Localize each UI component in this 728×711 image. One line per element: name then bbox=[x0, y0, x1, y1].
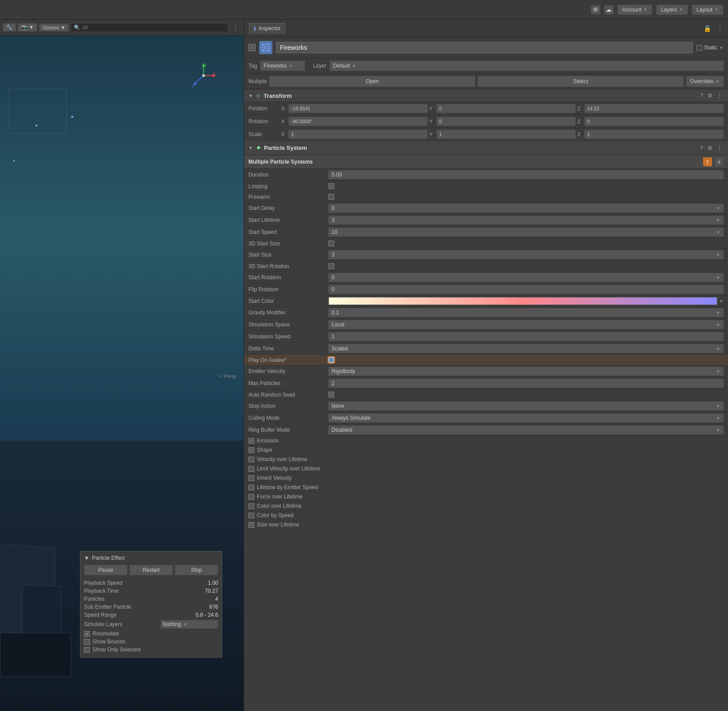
simulation-speed-input[interactable] bbox=[328, 332, 724, 341]
cloud-icon[interactable]: ☁ bbox=[604, 5, 614, 15]
gravity-modifier-dropdown[interactable]: 0.2 ▼ bbox=[328, 308, 724, 317]
ps-collapse-arrow: ▼ bbox=[248, 145, 253, 150]
collapse-arrow[interactable]: ▼ bbox=[84, 555, 89, 561]
search-box[interactable]: 🔍 bbox=[71, 23, 228, 32]
static-row: Static ▼ bbox=[696, 44, 724, 51]
scale-y-input[interactable] bbox=[436, 130, 576, 139]
delta-time-dropdown[interactable]: Scaled ▼ bbox=[328, 344, 724, 353]
cage-outline bbox=[9, 89, 67, 133]
static-checkbox[interactable] bbox=[696, 45, 702, 51]
flip-rotation-input[interactable] bbox=[328, 285, 724, 294]
layout-button[interactable]: Layout ▼ bbox=[692, 4, 724, 15]
show-only-selected-row: Show Only Selected bbox=[84, 646, 218, 654]
open-button[interactable]: Open bbox=[269, 76, 475, 87]
layers-button[interactable]: Layers ▼ bbox=[656, 4, 688, 15]
ps-prop-max-particles: Max Particles bbox=[244, 378, 728, 390]
ps-info-btn[interactable]: ! bbox=[703, 157, 712, 166]
ps-plus-btn[interactable]: + bbox=[715, 157, 724, 166]
ps-prop-simulation-space: Simulation Space Local ▼ bbox=[244, 319, 728, 331]
scale-z-input[interactable] bbox=[584, 130, 724, 139]
delta-time-arrow: ▼ bbox=[716, 346, 720, 351]
static-dropdown-arrow[interactable]: ▼ bbox=[719, 45, 724, 50]
camera-button[interactable]: 📷 ▼ bbox=[18, 23, 37, 32]
show-bounds-checkbox[interactable] bbox=[84, 639, 90, 645]
play-on-awake-checkbox[interactable] bbox=[328, 357, 334, 363]
start-speed-dropdown[interactable]: 10 ▼ bbox=[328, 228, 724, 237]
lifetime-emitter-speed-checkbox[interactable] bbox=[248, 485, 254, 490]
rotation-y-input[interactable] bbox=[436, 117, 576, 126]
rotation-x-input[interactable] bbox=[288, 117, 428, 126]
object-icon bbox=[259, 41, 272, 54]
ps-more-btn[interactable]: ⋮ bbox=[716, 145, 724, 151]
playback-time-row: Playback Time 70.27 bbox=[84, 587, 218, 595]
emission-checkbox[interactable] bbox=[248, 438, 254, 444]
module-force-over-lifetime: Force over Lifetime bbox=[244, 492, 728, 502]
3d-start-size-checkbox[interactable] bbox=[328, 241, 334, 246]
3d-start-rotation-checkbox[interactable] bbox=[328, 263, 334, 269]
lock-icon[interactable]: 🔒 bbox=[704, 25, 711, 32]
restart-button[interactable]: Restart bbox=[129, 565, 173, 575]
start-rotation-dropdown[interactable]: 0 ▼ bbox=[328, 273, 724, 282]
inspector-tab[interactable]: ℹ Inspector bbox=[248, 23, 286, 34]
gizmos-button[interactable]: Gizmos ▼ bbox=[39, 24, 69, 32]
show-only-selected-checkbox[interactable] bbox=[84, 647, 90, 653]
position-x-input[interactable] bbox=[288, 104, 428, 113]
simulate-layers-dropdown[interactable]: Nothing ▼ bbox=[160, 620, 218, 629]
scene-box-3 bbox=[0, 633, 71, 677]
transform-more-btn[interactable]: ⋮ bbox=[716, 92, 724, 99]
pause-button[interactable]: Pause bbox=[84, 565, 128, 575]
max-particles-input[interactable] bbox=[328, 379, 724, 388]
module-emission: Emission bbox=[244, 436, 728, 446]
object-name-input[interactable] bbox=[276, 42, 693, 53]
object-active-checkbox[interactable] bbox=[248, 44, 256, 51]
force-lifetime-checkbox[interactable] bbox=[248, 494, 254, 500]
culling-mode-dropdown[interactable]: Always Simulate ▼ bbox=[328, 414, 724, 422]
shape-checkbox[interactable] bbox=[248, 447, 254, 453]
overrides-button[interactable]: Overrides ▼ bbox=[686, 76, 724, 87]
position-z-input[interactable] bbox=[584, 104, 724, 113]
start-delay-dropdown[interactable]: 0 ▼ bbox=[328, 204, 724, 213]
size-lifetime-checkbox[interactable] bbox=[248, 522, 254, 528]
transform-section-header[interactable]: ▼ ⊹ Transform ? ⚙ ⋮ bbox=[244, 89, 728, 102]
ps-prop-start-delay: Start Delay 0 ▼ bbox=[244, 202, 728, 214]
select-button[interactable]: Select bbox=[478, 76, 684, 87]
svg-text:z: z bbox=[192, 84, 194, 88]
position-y-input[interactable] bbox=[436, 104, 576, 113]
settings-icon[interactable]: ⚙ bbox=[591, 5, 600, 15]
limit-velocity-lifetime-checkbox[interactable] bbox=[248, 466, 254, 472]
stop-button[interactable]: Stop bbox=[175, 565, 218, 575]
wrench-button[interactable]: 🔧 bbox=[3, 23, 16, 32]
search-input[interactable] bbox=[82, 25, 225, 30]
inspector-scrollable[interactable]: ▼ ⊹ Transform ? ⚙ ⋮ Position X Y bbox=[244, 89, 728, 711]
prewarm-checkbox[interactable] bbox=[328, 194, 334, 200]
ps-settings-btn[interactable]: ⚙ bbox=[706, 145, 714, 151]
start-color-swatch[interactable] bbox=[328, 297, 717, 305]
particle-2 bbox=[13, 160, 15, 161]
color-speed-checkbox[interactable] bbox=[248, 513, 254, 518]
rotation-z-input[interactable] bbox=[584, 117, 724, 126]
simulation-space-dropdown[interactable]: Local ▼ bbox=[328, 320, 724, 329]
looping-checkbox[interactable] bbox=[328, 183, 334, 189]
auto-random-seed-checkbox[interactable] bbox=[328, 392, 334, 398]
emitter-velocity-dropdown[interactable]: Rigidbody ▼ bbox=[328, 367, 724, 376]
transform-help-btn[interactable]: ? bbox=[699, 92, 704, 99]
inherit-velocity-checkbox[interactable] bbox=[248, 475, 254, 481]
ring-buffer-mode-dropdown[interactable]: Disabled ▼ bbox=[328, 426, 724, 434]
scale-xyz: X Y Z bbox=[281, 130, 724, 139]
start-size-dropdown[interactable]: 3 ▼ bbox=[328, 250, 724, 259]
resimulate-checkbox[interactable] bbox=[84, 631, 90, 637]
account-button[interactable]: Account ▼ bbox=[617, 4, 652, 15]
color-lifetime-checkbox[interactable] bbox=[248, 503, 254, 509]
ps-help-btn[interactable]: ? bbox=[699, 145, 704, 151]
stop-action-dropdown[interactable]: None ▼ bbox=[328, 402, 724, 410]
transform-settings-btn[interactable]: ⚙ bbox=[706, 92, 714, 99]
duration-input[interactable] bbox=[328, 170, 724, 179]
layer-dropdown[interactable]: Default ▼ bbox=[330, 61, 724, 71]
ps-section-header[interactable]: ▼ ✦ Particle System ? ⚙ ⋮ bbox=[244, 141, 728, 155]
velocity-lifetime-checkbox[interactable] bbox=[248, 457, 254, 462]
inspector-more-icon[interactable]: ⋮ bbox=[716, 24, 724, 32]
scale-x-input[interactable] bbox=[288, 130, 428, 139]
tag-dropdown[interactable]: Fireworks ▼ bbox=[260, 61, 305, 71]
start-lifetime-dropdown[interactable]: 3 ▼ bbox=[328, 216, 724, 225]
ps-prop-play-on-awake: Play On Awake* bbox=[244, 355, 728, 366]
